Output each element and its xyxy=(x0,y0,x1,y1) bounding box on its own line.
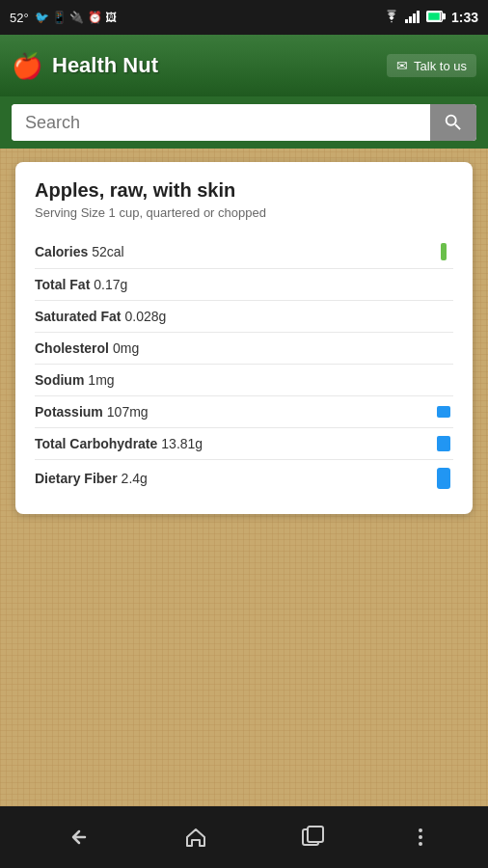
status-icons: 🐦 📱 🔌 ⏰ 🖼 xyxy=(35,11,117,24)
bar-carbs xyxy=(437,436,450,451)
search-button[interactable] xyxy=(430,104,476,141)
svg-rect-3 xyxy=(417,11,420,23)
time: 1:33 xyxy=(451,10,478,25)
recents-button[interactable] xyxy=(282,815,345,859)
nutrient-row-potassium: Potassium 107mg xyxy=(35,396,453,428)
svg-rect-0 xyxy=(405,19,408,23)
main-content: Apples, raw, with skin Serving Size 1 cu… xyxy=(0,149,488,806)
food-title: Apples, raw, with skin xyxy=(35,179,453,202)
nutrient-value-calories: 52cal xyxy=(92,244,123,259)
nutrient-label-carbs: Total Carbohydrate xyxy=(35,436,157,451)
bar-wrap-potassium xyxy=(434,406,453,418)
talk-to-us-button[interactable]: ✉ Talk to us xyxy=(387,54,476,77)
app-header: 🍎 Health Nut ✉ Talk to us xyxy=(0,35,488,96)
bar-calories xyxy=(441,243,447,260)
app-title: Health Nut xyxy=(52,53,158,78)
svg-rect-1 xyxy=(409,16,412,23)
temperature: 52° xyxy=(10,11,29,25)
search-bar xyxy=(0,96,488,149)
signal-icon xyxy=(405,10,420,26)
svg-rect-2 xyxy=(413,14,416,23)
nutrient-value-carbs: 13.81g xyxy=(161,436,203,451)
bar-wrap-carbs xyxy=(434,436,453,451)
status-right: 1:33 xyxy=(384,10,478,26)
envelope-icon: ✉ xyxy=(396,58,408,73)
serving-size: Serving Size 1 cup, quartered or chopped xyxy=(35,205,453,220)
bar-potassium xyxy=(437,406,450,418)
three-dots-icon xyxy=(419,828,422,846)
search-icon xyxy=(443,112,464,133)
nutrient-value-satfat: 0.028g xyxy=(124,309,166,324)
search-input-wrap xyxy=(12,104,476,141)
home-button[interactable] xyxy=(164,815,228,859)
bar-wrap-fiber xyxy=(434,468,453,489)
battery-icon xyxy=(426,10,446,25)
nutrient-row-calories: Calories 52cal xyxy=(35,235,453,269)
nutrient-value-fiber: 2.4g xyxy=(122,471,148,486)
search-input[interactable] xyxy=(12,104,430,141)
nutrient-row-carbs: Total Carbohydrate 13.81g xyxy=(35,428,453,460)
apple-icon: 🍎 xyxy=(12,51,42,81)
nutrient-row-sodium: Sodium 1mg xyxy=(35,365,453,396)
nutrient-value-fat: 0.17g xyxy=(94,277,127,292)
back-icon xyxy=(66,827,91,848)
nutrient-label-fiber: Dietary Fiber xyxy=(35,471,118,486)
nutrient-label-sodium: Sodium xyxy=(35,372,84,388)
nutrient-value-cholesterol: 0mg xyxy=(113,340,139,356)
talk-to-us-label: Talk to us xyxy=(414,59,467,73)
nutrient-label-calories: Calories xyxy=(35,244,88,259)
svg-rect-8 xyxy=(308,827,323,842)
bottom-nav xyxy=(0,806,488,868)
nutrient-value-sodium: 1mg xyxy=(88,372,114,388)
recents-icon xyxy=(301,825,326,850)
bar-wrap-calories xyxy=(434,243,453,260)
nutrient-label-cholesterol: Cholesterol xyxy=(35,340,109,356)
menu-button[interactable] xyxy=(399,819,442,855)
svg-rect-5 xyxy=(443,14,446,19)
status-bar: 52° 🐦 📱 🔌 ⏰ 🖼 xyxy=(0,0,488,35)
wifi-icon xyxy=(384,10,399,26)
nutrient-row-satfat: Saturated Fat 0.028g xyxy=(35,301,453,333)
nutrient-label-potassium: Potassium xyxy=(35,404,103,420)
nutrient-row-cholesterol: Cholesterol 0mg xyxy=(35,333,453,365)
nutrition-card: Apples, raw, with skin Serving Size 1 cu… xyxy=(15,162,473,514)
header-left: 🍎 Health Nut xyxy=(12,51,158,81)
bar-fiber xyxy=(437,468,450,489)
nutrient-value-potassium: 107mg xyxy=(107,404,149,420)
back-button[interactable] xyxy=(46,817,110,857)
status-left: 52° 🐦 📱 🔌 ⏰ 🖼 xyxy=(10,11,117,25)
nutrient-row-fiber: Dietary Fiber 2.4g xyxy=(35,460,453,497)
nutrient-label-satfat: Saturated Fat xyxy=(35,309,121,324)
svg-rect-6 xyxy=(427,13,440,21)
nutrient-label-fat: Total Fat xyxy=(35,277,90,292)
home-icon xyxy=(183,825,208,850)
nutrient-row-fat: Total Fat 0.17g xyxy=(35,269,453,301)
